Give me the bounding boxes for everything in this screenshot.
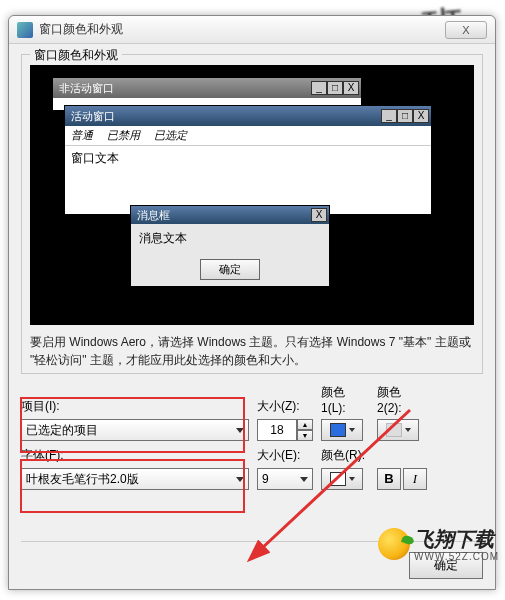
preview-msg-titlebar: 消息框 X [131,206,329,224]
color1-button[interactable] [321,419,363,441]
preview-active-title: 活动窗口 [71,109,381,124]
row-font: 字体(F): 叶根友毛笔行书2.0版 大小(E): 9 颜色(R): [21,447,483,490]
dialog-window: 窗口颜色和外观 X 窗口颜色和外观 非活动窗口 _ □ X [8,15,496,590]
controls: 项目(I): 已选定的项目 大小(Z): ▲ ▼ [21,384,483,490]
preview-active-titlebar: 活动窗口 _ □ X [65,106,431,126]
colorR-label: 颜色(R): [321,447,369,464]
chevron-down-icon [349,428,355,432]
font-combo[interactable]: 叶根友毛笔行书2.0版 [21,468,249,490]
color2-button [377,419,419,441]
color2-label: 颜色 2(2): [377,384,425,415]
item-label: 项目(I): [21,398,249,415]
logo-text: 飞翔下载 [414,526,499,553]
titlebar: 窗口颜色和外观 X [9,16,495,44]
close-button[interactable]: X [445,21,487,39]
chevron-down-icon [405,428,411,432]
italic-button[interactable]: I [403,468,427,490]
menu-normal: 普通 [71,128,93,143]
size2-label: 大小(E): [257,447,313,464]
content: 窗口颜色和外观 非活动窗口 _ □ X 活动 [9,44,495,506]
preview-inactive-title: 非活动窗口 [59,81,311,96]
menu-selected: 已选定 [154,128,187,143]
size1-input[interactable] [257,419,297,441]
chevron-down-icon [236,428,244,433]
menu-disabled: 已禁用 [107,128,140,143]
group-label: 窗口颜色和外观 [30,47,122,64]
preview-inactive-titlebar: 非活动窗口 _ □ X [53,78,361,98]
colorR-button[interactable] [321,468,363,490]
logo-icon [378,528,410,560]
bold-button[interactable]: B [377,468,401,490]
preview-msg-ok: 确定 [200,259,260,280]
watermark-logo: 飞翔下载 WWW.52Z.COM [378,526,499,562]
size1-label: 大小(Z): [257,398,313,415]
preview-messagebox: 消息框 X 消息文本 确定 [130,205,330,287]
preview-msg-btnrow: 确定 [131,253,329,286]
size2-value: 9 [262,472,269,486]
max-icon: □ [327,81,343,95]
preview-menu: 普通 已禁用 已选定 [65,126,431,145]
chevron-down-icon [349,477,355,481]
size2-combo[interactable]: 9 [257,468,313,490]
spin-up-icon[interactable]: ▲ [297,419,313,430]
preview-groupbox: 窗口颜色和外观 非活动窗口 _ □ X 活动 [21,54,483,374]
logo-url: WWW.52Z.COM [414,551,499,562]
row-item: 项目(I): 已选定的项目 大小(Z): ▲ ▼ [21,384,483,441]
font-combo-value: 叶根友毛笔行书2.0版 [26,471,139,488]
max-icon: □ [397,109,413,123]
app-icon [17,22,33,38]
preview-body: 窗口文本 [65,145,431,185]
item-combo[interactable]: 已选定的项目 [21,419,249,441]
description-text: 要启用 Windows Aero，请选择 Windows 主题。只有选择 Win… [30,333,474,369]
preview-msg-title: 消息框 [137,208,311,223]
preview-active-window: 活动窗口 _ □ X 普通 已禁用 已选定 窗口文本 [64,105,432,215]
color1-label: 颜色 1(L): [321,384,369,415]
min-icon: _ [381,109,397,123]
size1-spinner[interactable]: ▲ ▼ [257,419,313,441]
preview-window-buttons: _ □ X [311,81,359,95]
window-title: 窗口颜色和外观 [39,21,445,38]
preview-window-buttons: _ □ X [381,109,429,123]
close-icon: X [413,109,429,123]
close-icon: X [343,81,359,95]
close-icon: X [311,208,327,222]
min-icon: _ [311,81,327,95]
chevron-down-icon [236,477,244,482]
preview-msg-body: 消息文本 [131,224,329,253]
item-combo-value: 已选定的项目 [26,422,98,439]
preview-area: 非活动窗口 _ □ X 活动窗口 _ □ [30,65,474,325]
spin-down-icon[interactable]: ▼ [297,430,313,441]
color1-swatch [330,423,346,437]
font-label: 字体(F): [21,447,249,464]
chevron-down-icon [300,477,308,482]
color2-swatch [386,423,402,437]
colorR-swatch [330,472,346,486]
